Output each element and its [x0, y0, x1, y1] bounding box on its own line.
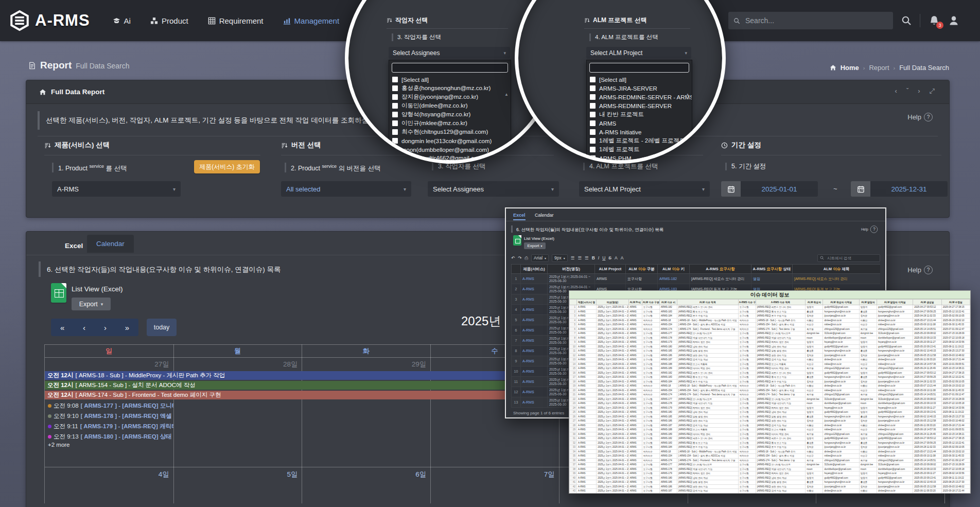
header-cell[interactable]: ALM 이슈 구분 — [626, 265, 658, 274]
assignee-option[interactable]: [Select all] — [389, 75, 511, 84]
sheet-row[interactable]: 22A-RMS2025년 1분기 2025-04-01 ~ 2025-06-30… — [570, 397, 970, 401]
font-color-icon[interactable]: A — [615, 255, 618, 260]
date-cell[interactable]: 29일 — [302, 357, 430, 371]
product-select[interactable]: A-RMS ▾ — [52, 181, 181, 197]
alm-project-select[interactable]: Select ALM Project ▾ — [579, 181, 710, 197]
sheet-row[interactable]: 35A-RMS2025년 1분기 2025-04-01 ~ 2025-06-30… — [570, 454, 970, 459]
sheet-row[interactable]: 10A-RMS2025년 1분기 2025-04-01 ~ 2025-06-30… — [570, 344, 970, 349]
tab-calendar[interactable]: Calendar — [87, 235, 134, 253]
export-button[interactable]: Export ▾ — [72, 298, 111, 310]
sheet-row[interactable]: 40A-RMS2025년 1분기 2025-04-01 ~ 2025-06-30… — [570, 476, 970, 480]
sheet-row[interactable]: 12A-RMS2025년 1분기 2025-04-01 ~ 2025-06-30… — [570, 353, 970, 358]
sheet-row[interactable]: 23A-RMS2025년 1분기 2025-04-01 ~ 2025-06-30… — [570, 401, 970, 406]
checkbox-icon[interactable] — [590, 94, 596, 100]
checkbox-icon[interactable] — [590, 85, 596, 91]
underline-icon[interactable]: U — [602, 255, 605, 260]
export-button[interactable]: Export ▾ — [524, 242, 546, 249]
alm-project-option[interactable]: ARMS — [587, 119, 692, 128]
breadcrumb-home[interactable]: Home — [841, 64, 859, 72]
help-button[interactable]: Help ? — [907, 113, 933, 121]
checkbox-icon[interactable] — [590, 103, 596, 109]
expand-icon[interactable]: ⤢ — [930, 87, 935, 95]
sheet-row[interactable]: 11A-RMS2025년 1분기 2025-04-01 ~ 2025-06-30… — [570, 349, 970, 354]
italic-icon[interactable]: I — [598, 255, 599, 260]
help-button[interactable]: Help ? — [907, 266, 933, 274]
header-cell[interactable]: ALM 이슈 키 — [658, 265, 690, 274]
header-cell[interactable]: ALM Project — [595, 265, 626, 274]
sheet-row[interactable]: 36A-RMS2025년 1분기 2025-04-01 ~ 2025-06-30… — [570, 458, 970, 463]
strikethrough-icon[interactable]: S — [608, 255, 611, 260]
tab-excel[interactable]: Excel — [59, 238, 89, 254]
notification-button[interactable]: 3 — [929, 15, 940, 26]
sheet-row[interactable]: 16A-RMS2025년 1분기 2025-04-01 ~ 2025-06-30… — [570, 371, 970, 375]
sheet-row[interactable]: 5A-RMS2025년 1분기 2025-04-01 ~ 2025-06-30A… — [570, 323, 970, 327]
sheet-row[interactable]: 24A-RMS2025년 1분기 2025-04-01 ~ 2025-06-30… — [570, 406, 970, 410]
sheet-row[interactable]: 17A-RMS2025년 1분기 2025-04-01 ~ 2025-06-30… — [570, 375, 970, 380]
checkbox-icon[interactable] — [392, 94, 398, 100]
date-cell[interactable]: 27일 — [45, 357, 173, 371]
date-cell[interactable]: 28일 — [173, 357, 302, 371]
help-button[interactable]: Help ? — [861, 225, 878, 233]
breadcrumb-report[interactable]: Report — [869, 64, 889, 72]
report-row[interactable]: 1A-RMS2025년 1분기 2025-04-01 ~ 2025-06-30A… — [512, 274, 881, 284]
search-submit-icon[interactable] — [901, 15, 912, 26]
scroll-up-icon[interactable]: ▲ — [504, 92, 509, 97]
date-cell[interactable]: 4일 — [45, 467, 173, 481]
prev-year-button[interactable]: « — [60, 323, 64, 332]
redo-icon[interactable]: ↷ — [518, 255, 521, 260]
nav-item-management[interactable]: Management — [283, 16, 340, 25]
date-cell[interactable]: 7일 — [430, 467, 559, 481]
assignee-option[interactable]: 이민규(mklee@mz.co.kr) — [389, 119, 511, 128]
collapse-left-icon[interactable]: ‹ — [895, 87, 897, 95]
checkbox-icon[interactable] — [590, 129, 596, 135]
sheet-row[interactable]: 1A-RMS2025년 1분기 2025-04-01 ~ 2025-06-30A… — [570, 305, 970, 310]
calendar-event-item[interactable]: 오전 9:13[ ARMS-180 ] - [ARMS-REQ] 상태 관리 — [45, 431, 173, 442]
alm-project-option[interactable]: 내 칸반 프로젝트 — [587, 110, 692, 119]
scroll-up-icon[interactable]: ▲ — [686, 92, 690, 97]
alm-project-select[interactable]: Select ALM Project ▾ — [586, 47, 691, 59]
sheet-row[interactable]: 2A-RMS2025년 1분기 2025-04-01 ~ 2025-06-30A… — [570, 309, 970, 314]
sheet-row[interactable]: 4A-RMS2025년 1분기 2025-04-01 ~ 2025-06-30A… — [570, 318, 970, 323]
checkbox-icon[interactable] — [590, 120, 596, 126]
assignee-option[interactable]: dongmin lee(313cokr@gmail.com) — [389, 136, 511, 145]
sheet-row[interactable]: 20A-RMS2025년 1분기 2025-04-01 ~ 2025-06-30… — [570, 388, 970, 393]
collapse-right-icon[interactable]: › — [918, 87, 920, 95]
sheet-row[interactable]: 41A-RMS2025년 1분기 2025-04-01 ~ 2025-06-30… — [570, 480, 970, 485]
tab-calendar[interactable]: Calendar — [535, 213, 554, 218]
checkbox-icon[interactable] — [590, 138, 596, 144]
sheet-row[interactable]: 37A-RMS2025년 1분기 2025-04-01 ~ 2025-06-30… — [570, 463, 970, 467]
paste-icon[interactable]: ⎙ — [524, 255, 528, 261]
alm-project-option[interactable]: ARMS-JIRA-SERVER — [587, 84, 692, 93]
nav-item-requirement[interactable]: Requirement — [208, 16, 264, 25]
checkbox-icon[interactable] — [392, 85, 398, 91]
sheet-row[interactable]: 28A-RMS2025년 1분기 2025-04-01 ~ 2025-06-30… — [570, 423, 970, 428]
sheet-row[interactable]: 31A-RMS2025년 1분기 2025-04-01 ~ 2025-06-30… — [570, 436, 970, 441]
sheet-row[interactable]: 8A-RMS2025년 1분기 2025-04-01 ~ 2025-06-30A… — [570, 336, 970, 340]
today-button[interactable]: today — [147, 319, 177, 336]
assignee-select[interactable]: Select Assignees ▾ — [389, 47, 510, 59]
checkbox-icon[interactable] — [590, 77, 596, 82]
checkbox-icon[interactable] — [590, 112, 596, 117]
align-center-icon[interactable]: ☰ — [577, 255, 582, 260]
assignee-option[interactable]: 장지윤(jiyoonjang@mz.co.kr) — [389, 93, 511, 101]
date-to-field[interactable]: 2025-12-31 — [851, 181, 948, 197]
header-cell[interactable]: ALM 이슈 제목 — [793, 265, 881, 274]
header-cell[interactable]: A-RMS 요구사항 상태 — [751, 265, 793, 274]
date-cell[interactable]: 6일 — [302, 467, 430, 481]
sheet-search-input[interactable] — [826, 255, 874, 261]
sheet-row[interactable]: 44A-RMS2025년 1분기 2025-04-01 ~ 2025-06-30… — [570, 493, 970, 494]
calendar-event-item[interactable]: 오전 9:10[ ARMS-178 ] - [ARMS-REQ] 엑셀 내보내기 — [45, 411, 173, 421]
sheet-row[interactable]: 6A-RMS2025년 1분기 2025-04-01 ~ 2025-06-30A… — [570, 327, 970, 331]
checkbox-icon[interactable] — [392, 129, 398, 135]
sheet-row[interactable]: 19A-RMS2025년 1분기 2025-04-01 ~ 2025-06-30… — [570, 384, 970, 389]
sheet-row[interactable]: 42A-RMS2025년 1분기 2025-04-01 ~ 2025-06-30… — [570, 484, 970, 489]
sheet-row[interactable]: 29A-RMS2025년 1분기 2025-04-01 ~ 2025-06-30… — [570, 428, 970, 432]
bold-icon[interactable]: B — [592, 255, 595, 260]
search-input[interactable] — [744, 16, 888, 25]
calendar-event-item[interactable]: 오전 9:08[ ARMS-177 ] - [ARMS-REQ] 모니터링 — [45, 400, 173, 411]
nav-item-product[interactable]: Product — [150, 16, 188, 25]
assignee-select[interactable]: Select Assignees ▾ — [428, 181, 559, 197]
alm-project-option[interactable]: [Select all] — [587, 75, 692, 84]
sheet-row[interactable]: 43A-RMS2025년 1분기 2025-04-01 ~ 2025-06-30… — [570, 489, 970, 494]
sheet-row[interactable]: 32A-RMS2025년 1분기 2025-04-01 ~ 2025-06-30… — [570, 441, 970, 445]
